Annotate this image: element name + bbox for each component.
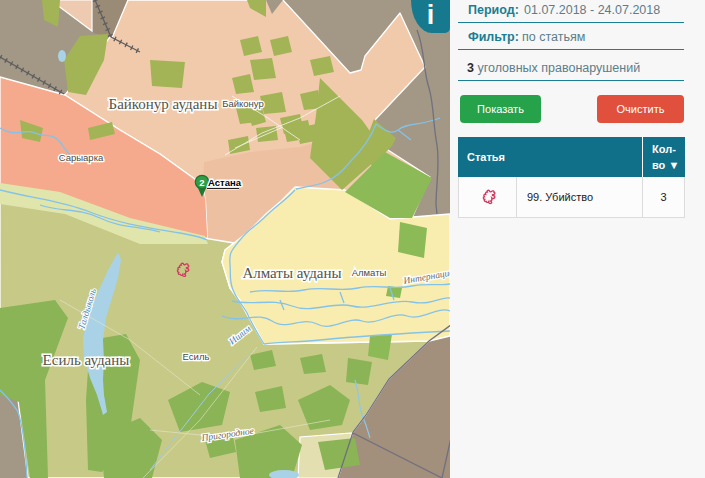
svg-text:Есиль: Есиль (183, 351, 210, 362)
svg-text:Есиль ауданы: Есиль ауданы (43, 352, 130, 368)
svg-text:Байконур ауданы: Байконур ауданы (109, 96, 218, 112)
svg-text:2: 2 (199, 177, 204, 188)
svg-text:Алматы ауданы: Алматы ауданы (242, 265, 341, 281)
svg-text:Астана: Астана (208, 177, 242, 188)
svg-text:Байконур: Байконур (222, 98, 264, 109)
svg-text:Алматы: Алматы (352, 267, 387, 278)
svg-text:Сарыарка: Сарыарка (59, 152, 104, 163)
